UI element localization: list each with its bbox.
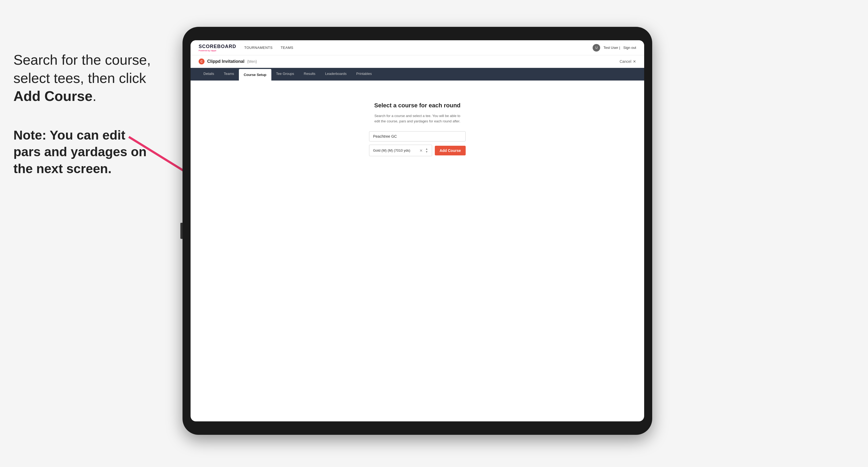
breadcrumb-bar: C Clippd Invitational (Men) Cancel ✕ bbox=[191, 55, 644, 68]
tee-clear-icon[interactable]: ✕ bbox=[420, 148, 423, 153]
tablet: SCOREBOARD Powered by clippd TOURNAMENTS… bbox=[183, 27, 652, 435]
cancel-label: Cancel bbox=[619, 59, 631, 64]
app-header: SCOREBOARD Powered by clippd TOURNAMENTS… bbox=[191, 40, 644, 55]
breadcrumb-left: C Clippd Invitational (Men) bbox=[198, 59, 257, 64]
breadcrumb-subtitle: (Men) bbox=[247, 59, 257, 64]
tee-select-wrapper[interactable]: Gold (M) (M) (7010 yds) ✕ ▲ ▼ bbox=[369, 145, 432, 156]
chevron-up-icon: ▲ bbox=[426, 148, 428, 150]
tab-details[interactable]: Details bbox=[198, 68, 219, 81]
breadcrumb-title: Clippd Invitational bbox=[207, 59, 245, 64]
tab-teams[interactable]: Teams bbox=[219, 68, 239, 81]
section-description: Search for a course and select a tee. Yo… bbox=[372, 113, 463, 124]
tab-course-setup[interactable]: Course Setup bbox=[239, 69, 271, 81]
tab-leaderboards[interactable]: Leaderboards bbox=[320, 68, 351, 81]
tab-results[interactable]: Results bbox=[299, 68, 320, 81]
tee-select-text: Gold (M) (M) (7010 yds) bbox=[373, 148, 420, 152]
annotation-bold: Add Course bbox=[13, 88, 93, 104]
course-form: Gold (M) (M) (7010 yds) ✕ ▲ ▼ Add Course bbox=[369, 131, 466, 156]
tab-printables[interactable]: Printables bbox=[351, 68, 377, 81]
main-content: Select a course for each round Search fo… bbox=[191, 81, 644, 178]
section-title: Select a course for each round bbox=[374, 102, 461, 109]
chevron-down-icon: ▼ bbox=[426, 151, 428, 153]
breadcrumb-icon: C bbox=[198, 59, 205, 64]
add-course-button[interactable]: Add Course bbox=[435, 146, 466, 155]
logo-text: SCOREBOARD bbox=[198, 44, 236, 50]
nav-tournaments[interactable]: TOURNAMENTS bbox=[244, 45, 273, 50]
user-avatar: U bbox=[593, 44, 600, 52]
tablet-side-button bbox=[180, 223, 183, 239]
cancel-button[interactable]: Cancel ✕ bbox=[619, 59, 636, 64]
nav-links: TOURNAMENTS TEAMS bbox=[244, 45, 293, 50]
nav-teams[interactable]: TEAMS bbox=[281, 45, 293, 50]
tab-tee-groups[interactable]: Tee Groups bbox=[271, 68, 299, 81]
logo-area: SCOREBOARD Powered by clippd bbox=[198, 44, 236, 52]
annotation-area: Search for the course, select tees, then… bbox=[0, 40, 166, 188]
annotation-note: Note: You can edit pars and yardages on … bbox=[13, 127, 153, 177]
logo-sub: Powered by clippd bbox=[198, 50, 236, 52]
tee-row: Gold (M) (M) (7010 yds) ✕ ▲ ▼ Add Course bbox=[369, 145, 466, 156]
cancel-x-icon: ✕ bbox=[633, 59, 636, 64]
signout-link[interactable]: Sign out bbox=[623, 45, 636, 50]
course-search-input[interactable] bbox=[369, 131, 466, 142]
header-user-text: Test User | bbox=[603, 45, 620, 50]
tab-bar: Details Teams Course Setup Tee Groups Re… bbox=[191, 68, 644, 81]
tee-chevron-icons: ▲ ▼ bbox=[426, 148, 428, 153]
header-right: U Test User | Sign out bbox=[593, 44, 636, 52]
annotation-text: Search for the course, select tees, then… bbox=[13, 51, 153, 105]
